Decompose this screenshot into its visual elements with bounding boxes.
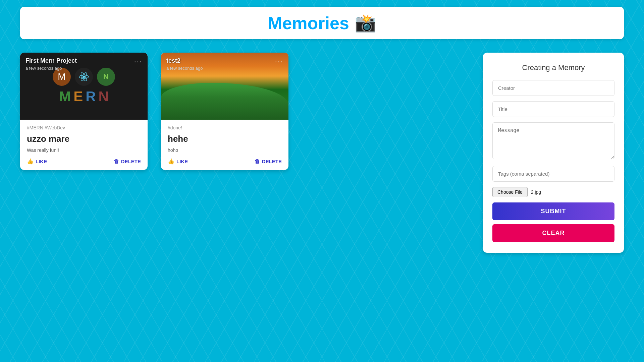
submit-label: SUBMIT <box>541 208 566 215</box>
delete-button-1[interactable]: DELETE <box>114 159 141 165</box>
app-title: Memories <box>268 13 349 33</box>
card-title-2: test2 <box>166 57 203 64</box>
mern-letters: M E R N <box>59 88 109 105</box>
card-tags-2: #done! <box>168 125 282 130</box>
nature-hills <box>161 83 288 120</box>
like-button-1[interactable]: LIKE <box>27 158 47 165</box>
like-label-2: LIKE <box>176 159 188 164</box>
submit-button[interactable]: SUBMIT <box>492 202 614 220</box>
card-menu-2[interactable]: ··· <box>275 57 283 66</box>
letter-r: R <box>86 88 96 105</box>
thumbs-icon-1 <box>27 158 34 165</box>
card-body-2: #done! hehe hoho LIKE DELETE <box>161 120 288 170</box>
delete-label-1: DELETE <box>121 159 141 164</box>
card-actions-1: LIKE DELETE <box>27 158 141 165</box>
card-time-2: a few seconds ago <box>166 66 203 71</box>
card-title-group-1: First Mern Project a few seconds ago <box>25 57 77 71</box>
delete-label-2: DELETE <box>262 159 282 164</box>
memory-card-1: M N M E <box>20 53 148 170</box>
clear-button[interactable]: CLEAR <box>492 224 614 242</box>
card-message-1: Was really fun!! <box>27 147 141 153</box>
choose-file-label: Choose File <box>497 189 523 195</box>
like-label-1: LIKE <box>36 159 47 164</box>
header: Memories 📸 <box>20 7 624 39</box>
card-actions-2: LIKE DELETE <box>168 158 282 165</box>
like-button-2[interactable]: LIKE <box>168 158 188 165</box>
card-name-2: hehe <box>168 134 282 144</box>
file-name-display: 2.jpg <box>531 189 541 195</box>
card-tags-1: #MERN #WebDev <box>27 125 141 130</box>
file-input-row: Choose File 2.jpg <box>492 187 614 197</box>
header-icon: 📸 <box>355 13 376 33</box>
create-form-panel: Creating a Memory Choose File 2.jpg SUBM… <box>483 53 624 253</box>
form-title: Creating a Memory <box>492 63 614 72</box>
letter-e: E <box>73 88 83 105</box>
choose-file-button[interactable]: Choose File <box>492 187 528 197</box>
card-title-1: First Mern Project <box>25 57 77 64</box>
card-image-area-2: test2 a few seconds ago ··· <box>161 53 288 120</box>
card-menu-1[interactable]: ··· <box>134 57 142 66</box>
letter-m: M <box>59 88 71 105</box>
main-content: M N M E <box>20 53 624 253</box>
trash-icon-1 <box>114 159 119 165</box>
card-message-2: hoho <box>168 147 282 153</box>
tags-input[interactable] <box>492 166 614 182</box>
delete-button-2[interactable]: DELETE <box>255 159 282 165</box>
svg-point-0 <box>83 76 85 78</box>
card-name-1: uzzo mare <box>27 134 141 144</box>
card-image-area-1: M N M E <box>20 53 148 120</box>
card-time-1: a few seconds ago <box>25 66 77 71</box>
card-overlay-2: test2 a few seconds ago ··· <box>161 53 288 75</box>
memory-card-2: test2 a few seconds ago ··· #done! hehe … <box>161 53 288 170</box>
card-title-group-2: test2 a few seconds ago <box>166 57 203 71</box>
letter-n: N <box>99 88 109 105</box>
card-overlay-1: First Mern Project a few seconds ago ··· <box>20 53 148 75</box>
clear-label: CLEAR <box>542 230 565 236</box>
message-textarea[interactable] <box>492 122 614 159</box>
cards-area: M N M E <box>20 53 470 170</box>
card-body-1: #MERN #WebDev uzzo mare Was really fun!!… <box>20 120 148 170</box>
creator-input[interactable] <box>492 80 614 96</box>
title-input[interactable] <box>492 101 614 117</box>
thumbs-icon-2 <box>168 158 174 165</box>
trash-icon-2 <box>255 159 260 165</box>
